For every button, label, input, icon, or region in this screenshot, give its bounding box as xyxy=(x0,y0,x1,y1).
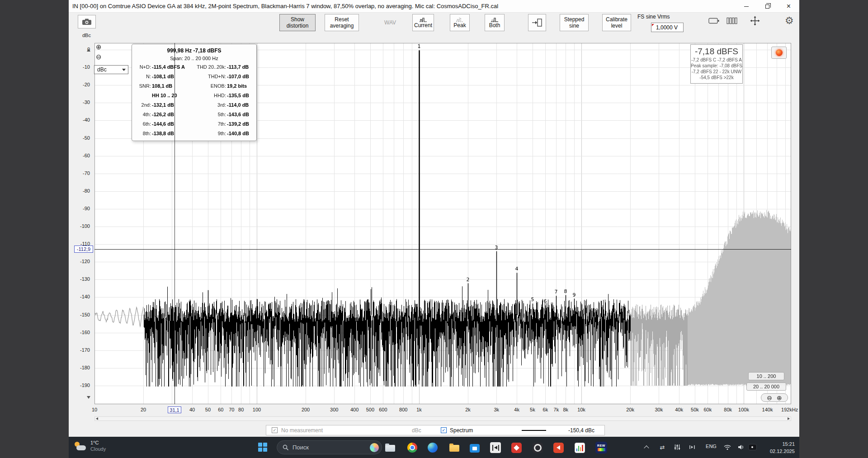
tray-mixer-button[interactable] xyxy=(673,443,682,452)
range-button-10-200[interactable]: 10 .. 200 xyxy=(748,372,784,380)
info-panel-header: 999,98 Hz -7,18 dBFS xyxy=(135,47,254,55)
chevron-down-icon xyxy=(122,69,126,71)
y-tick-label: -170 xyxy=(69,347,91,353)
dark-circle-icon xyxy=(533,443,543,453)
y-tick-label: -30 xyxy=(69,99,91,105)
close-button[interactable]: × xyxy=(778,0,799,13)
y-axis-unit-label: dBc xyxy=(82,33,91,38)
taskbar-search[interactable]: Поиск xyxy=(277,440,382,454)
taskbar-red-app[interactable] xyxy=(509,441,523,454)
info-panel-span: Span: 20 .. 20 000 Hz xyxy=(135,55,254,62)
weather-widget[interactable] xyxy=(73,441,88,453)
tray-expand-button[interactable] xyxy=(642,443,651,452)
stepped-sine-label: Stepped xyxy=(564,16,585,23)
peak-trace-button[interactable]: Peak xyxy=(450,14,470,31)
calibrate-level-button[interactable]: Calibrate level xyxy=(602,14,631,31)
chevron-up-icon xyxy=(644,445,649,450)
level-readout-panel: -7,18 dBFS -7,2 dBFS C -7,2 dBFS A Peak … xyxy=(690,44,743,84)
taskbar-file-explorer[interactable] xyxy=(383,441,397,454)
spectrum-label: Spectrum xyxy=(450,427,473,434)
both-traces-button[interactable]: Both xyxy=(485,14,505,31)
columns-layout-button[interactable] xyxy=(725,16,739,25)
zoom-in-icon[interactable]: ⊕ xyxy=(777,395,782,401)
start-button[interactable] xyxy=(258,443,267,452)
settings-gear-icon[interactable]: ⚙ xyxy=(785,15,794,26)
export-button[interactable] xyxy=(528,14,546,31)
plot-horizontal-scrollbar[interactable] xyxy=(94,416,791,421)
spectrum-checkbox[interactable]: ✓ xyxy=(441,427,447,433)
show-distortion-button[interactable]: Show distortion xyxy=(279,14,316,31)
display-layout-button[interactable] xyxy=(707,16,721,25)
pan-move-button[interactable] xyxy=(749,15,761,27)
scroll-right-icon[interactable] xyxy=(788,417,790,420)
peak-label: Peak xyxy=(453,22,466,28)
x-tick-label: 192kHz xyxy=(781,407,798,412)
tray-network-button[interactable] xyxy=(723,443,732,452)
x-tick-label: 6k xyxy=(543,407,548,412)
copilot-icon xyxy=(370,443,379,452)
x-tick-label: 4k xyxy=(514,407,519,412)
tray-sync-button[interactable]: ⇄ xyxy=(658,443,667,452)
info-label: 4th: xyxy=(135,110,151,119)
current-label: Current xyxy=(414,22,432,28)
y-tick-label: -120 xyxy=(69,259,91,264)
taskbar-orange-app[interactable] xyxy=(552,441,565,454)
language-indicator[interactable]: ENG xyxy=(704,444,718,449)
info-value: -114,0 dB xyxy=(227,100,254,110)
x-tick-label: 50 xyxy=(205,407,211,412)
taskbar-folder[interactable] xyxy=(448,441,461,454)
weather-temperature[interactable]: 1°C xyxy=(90,440,99,445)
y-tick-label: -140 xyxy=(69,294,91,299)
frequency-cursor-line[interactable] xyxy=(175,43,175,404)
y-tick-label: -70 xyxy=(69,170,91,176)
x-tick-label: 60k xyxy=(703,407,712,412)
x-tick-label: 300 xyxy=(330,407,338,412)
minimize-button[interactable] xyxy=(736,0,757,13)
close-icon: × xyxy=(787,3,791,10)
fs-sine-vrms-input[interactable] xyxy=(651,23,684,32)
no-measurement-checkbox[interactable]: ✓ xyxy=(272,427,278,433)
info-label: THD+N: xyxy=(193,72,226,81)
taskbar-analyzer[interactable] xyxy=(489,441,502,454)
tray-analyzer-button[interactable] xyxy=(688,443,697,452)
y-tick-label: -10 xyxy=(69,64,91,70)
info-value: HH 10 .. 20 xyxy=(152,91,193,100)
mini-waveform-icon xyxy=(689,444,696,451)
info-label: N: xyxy=(135,72,151,81)
restore-button[interactable] xyxy=(757,0,778,13)
amplitude-unit-dropdown[interactable]: dBc xyxy=(94,65,128,74)
x-tick-label: 400 xyxy=(350,407,359,412)
range-button-20-20000[interactable]: 20 .. 20 000 xyxy=(746,382,786,391)
x-tick-label: 20 xyxy=(141,407,146,412)
info-label: HHD: xyxy=(193,91,226,100)
x-tick-label: 1k xyxy=(416,407,422,412)
zoom-out-icon[interactable]: ⊖ xyxy=(767,395,772,401)
x-tick-label: 500 xyxy=(366,407,374,412)
record-button[interactable] xyxy=(771,47,787,59)
stepped-sine-button[interactable]: Stepped sine xyxy=(560,14,589,31)
scroll-left-icon[interactable] xyxy=(96,417,98,420)
taskbar-dark-app[interactable] xyxy=(531,441,544,454)
spectrum-level-value: -150,4 dBc xyxy=(568,427,594,434)
taskbar-store[interactable] xyxy=(468,441,481,454)
tray-volume-button[interactable] xyxy=(736,443,745,452)
taskbar-browser[interactable] xyxy=(406,441,419,454)
display-icon xyxy=(708,17,719,24)
weather-description[interactable]: Cloudy xyxy=(90,446,106,452)
current-trace-button[interactable]: Current xyxy=(412,14,434,31)
taskbar-edge[interactable] xyxy=(426,441,439,454)
zoom-out-icon[interactable]: ⊖ xyxy=(96,53,102,60)
info-label: 7th: xyxy=(193,119,226,129)
reset-averaging-label: Reset xyxy=(335,16,349,23)
taskbar-clock[interactable]: 15:21 02.12.2025 xyxy=(755,440,795,455)
taskbar-rew[interactable]: REW xyxy=(594,441,608,454)
taskbar-levels-app[interactable] xyxy=(573,441,586,454)
reset-averaging-button[interactable]: Reset averaging xyxy=(325,14,359,31)
level-cursor-line[interactable] xyxy=(94,249,791,250)
wav-button[interactable]: WAV xyxy=(381,14,400,31)
snapshot-button[interactable] xyxy=(78,15,96,28)
info-label: 6th: xyxy=(135,119,151,129)
zoom-in-icon[interactable]: ⊕ xyxy=(96,43,102,50)
y-tick-label: -180 xyxy=(69,365,91,370)
both-traces-icon xyxy=(491,17,499,22)
